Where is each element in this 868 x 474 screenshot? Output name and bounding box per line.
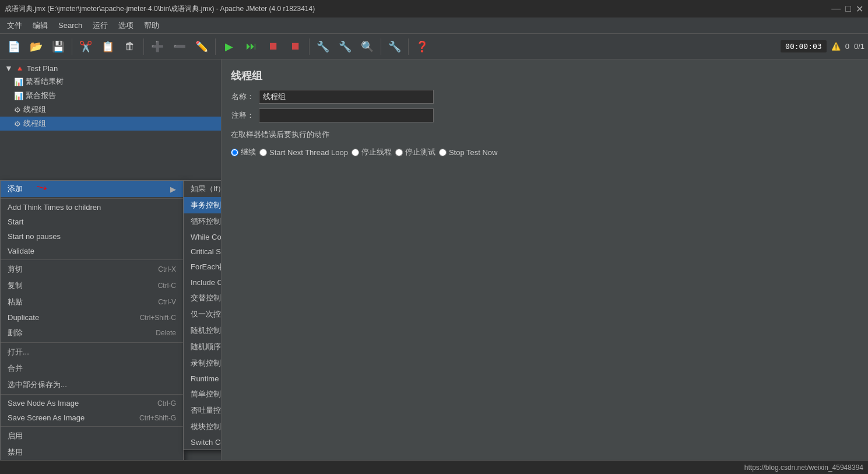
tree-item-threadgroup1[interactable]: ⚙ 线程组 [0, 103, 221, 117]
cm-include-controller[interactable]: Include Controller [184, 275, 222, 290]
toolbar-run-nopause[interactable]: ⏭ [241, 36, 262, 57]
maximize-button[interactable]: □ [845, 3, 851, 15]
tree-item-result-tree[interactable]: 📊 繁看结果树 [0, 75, 221, 89]
toolbar-help[interactable]: ❓ [412, 36, 433, 57]
cm-interleave-label: 交替控制器 [191, 293, 222, 303]
cm-copy[interactable]: 复制 Ctrl-C [1, 278, 183, 294]
tree-item-testplan[interactable]: ▼ 🔺 Test Plan [0, 62, 221, 75]
cm-trans-label: 事务控制器 [191, 200, 222, 210]
cm-savescreenimg-label: Save Screen As Image [8, 413, 85, 422]
cm-dup-label: Duplicate [8, 313, 39, 322]
toolbar-copy[interactable]: 📋 [97, 36, 118, 57]
toolbar-open[interactable]: 📂 [26, 36, 47, 57]
name-input[interactable] [259, 90, 434, 104]
toolbar-run[interactable]: ▶ [219, 36, 240, 57]
cm-start[interactable]: Start [1, 215, 183, 229]
cm-add-label: 添加 [8, 184, 23, 194]
tree-testplan-icon: 🔺 [15, 64, 24, 73]
menu-run[interactable]: 运行 [88, 19, 113, 33]
radio-continue-input[interactable] [231, 149, 238, 156]
cm-once-controller[interactable]: 仅一次控制器 [184, 306, 222, 322]
radio-next-thread[interactable]: Start Next Thread Loop [259, 148, 348, 157]
cm-while-controller[interactable]: While Controller [184, 230, 222, 244]
cm-throughput-controller[interactable]: 否吐量控制器 [184, 402, 222, 419]
cm-add-think-times[interactable]: Add Think Times to children [1, 200, 183, 215]
cm-if-controller[interactable]: 如果（If）控制器 [184, 181, 222, 197]
cm-loop-label: 循环控制器 [191, 216, 222, 227]
toolbar-templates[interactable]: 🔧 [384, 36, 405, 57]
cm-validate[interactable]: Validate [1, 244, 183, 258]
tree-item-threadgroup2[interactable]: ⚙ 线程组 [0, 117, 221, 131]
toolbar-expand[interactable]: ➕ [147, 36, 168, 57]
radio-nextthread-input[interactable] [259, 149, 267, 156]
toolbar-new[interactable]: 📄 [3, 36, 24, 57]
radio-continue[interactable]: 继续 [231, 147, 256, 157]
toolbar-remote-all[interactable]: 🔍 [357, 36, 378, 57]
cm-random-controller[interactable]: 随机控制器 [184, 322, 222, 339]
tree-item-aggregate[interactable]: 📊 聚合报告 [0, 89, 221, 103]
menu-edit[interactable]: 编辑 [28, 19, 52, 33]
radio-stop-test-now[interactable]: Stop Test Now [439, 148, 498, 157]
cm-loop-controller[interactable]: 循环控制器 [184, 213, 222, 230]
cm-module-controller[interactable]: 模块控制器 [184, 419, 222, 435]
cm-disable[interactable]: 禁用 [1, 444, 183, 460]
cm-del-shortcut: Delete [156, 329, 176, 337]
tree-testplan-label: Test Plan [27, 64, 58, 73]
cm-foreach-controller[interactable]: ForEach控制器 [184, 259, 222, 275]
comment-input[interactable] [259, 108, 434, 122]
cm-add[interactable]: 添加 ▶ [1, 181, 183, 197]
cm-merge-label: 合并 [8, 363, 23, 374]
radio-stopthread-input[interactable] [352, 149, 359, 156]
menu-options[interactable]: 选项 [114, 19, 138, 33]
cm-transaction-controller[interactable]: 事务控制器 [184, 197, 222, 213]
cm-runtime-controller[interactable]: Runtime Controller [184, 371, 222, 386]
cm-open[interactable]: 打开... [1, 344, 183, 360]
cm-save-partial[interactable]: 选中部分保存为... [1, 377, 183, 393]
tree-thread2-label: 线程组 [23, 118, 46, 129]
radio-stop-test[interactable]: 停止测试 [395, 147, 435, 157]
cm-delete[interactable]: 删除 Delete [1, 325, 183, 341]
cm-randomorder-label: 随机顺序控制器 [191, 342, 222, 352]
radio-stopnow-input[interactable] [439, 149, 447, 156]
cm-save-node-image[interactable]: Save Node As Image Ctrl-G [1, 396, 183, 410]
cm-critical-label: Critical Section Controller [191, 247, 222, 256]
cm-foreach-label: ForEach控制器 [191, 262, 222, 272]
menu-help[interactable]: 帮助 [139, 19, 164, 33]
cm-switch-controller[interactable]: Switch Controller [184, 435, 222, 450]
menu-search[interactable]: Search [54, 19, 87, 31]
main-area: ▼ 🔺 Test Plan 📊 繁看结果树 📊 聚合报告 ⚙ 线程组 ⚙ 线程组… [0, 59, 868, 460]
radio-stop-thread[interactable]: 停止线程 [352, 147, 392, 157]
cm-simple-controller[interactable]: 简单控制器 [184, 386, 222, 402]
toolbar-cut[interactable]: ✂️ [75, 36, 96, 57]
cm-cut[interactable]: 剪切 Ctrl-X [1, 261, 183, 278]
cm-simple-label: 简单控制器 [191, 389, 222, 399]
minimize-button[interactable]: — [831, 3, 841, 15]
cm-interleave-controller[interactable]: 交替控制器 [184, 290, 222, 306]
cm-duplicate[interactable]: Duplicate Ctrl+Shift-C [1, 310, 183, 325]
cm-copy-label: 复制 [8, 280, 23, 291]
close-button[interactable]: ✕ [856, 3, 863, 15]
toolbar-delete[interactable]: 🗑 [120, 36, 140, 57]
toolbar-shutdown[interactable]: ⏹ [285, 36, 306, 57]
toolbar-stop[interactable]: ⏹ [263, 36, 284, 57]
cm-include-label: Include Controller [191, 278, 222, 287]
cm-random-order-controller[interactable]: 随机顺序控制器 [184, 339, 222, 355]
toolbar-collapse[interactable]: ➖ [169, 36, 190, 57]
toolbar-remote-stop[interactable]: 🔧 [335, 36, 356, 57]
cm-critical-section[interactable]: Critical Section Controller [184, 244, 222, 259]
radio-stoptest-input[interactable] [395, 149, 403, 156]
radio-nextthread-label: Start Next Thread Loop [269, 148, 348, 157]
toolbar-save[interactable]: 💾 [48, 36, 69, 57]
content-panel: 线程组 名称： 注释： 在取样器错误后要执行的动作 继续 Start Next … [222, 59, 868, 460]
cm-recording-controller[interactable]: 录制控制器 [184, 355, 222, 371]
cm-paste[interactable]: 粘贴 Ctrl-V [1, 294, 183, 310]
cm-paste-label: 粘贴 [8, 297, 23, 307]
toolbar-remote-start[interactable]: 🔧 [312, 36, 333, 57]
cm-start-nopause[interactable]: Start no pauses [1, 229, 183, 244]
cm-enable[interactable]: 启用 [1, 428, 183, 444]
cm-merge[interactable]: 合并 [1, 360, 183, 377]
action-label: 在取样器错误后要执行的动作 [231, 129, 859, 140]
menu-file[interactable]: 文件 [2, 19, 27, 33]
toolbar-toggle[interactable]: ✏️ [191, 36, 212, 57]
cm-save-screen-image[interactable]: Save Screen As Image Ctrl+Shift-G [1, 410, 183, 425]
